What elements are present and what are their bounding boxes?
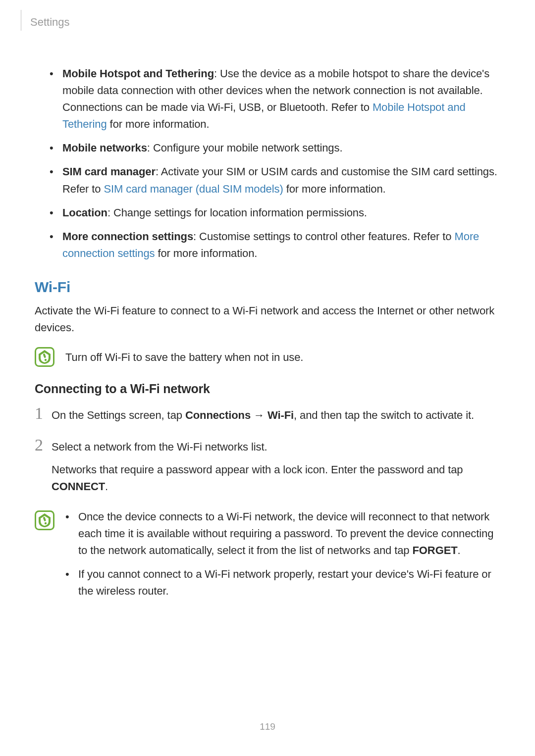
tip-text: Turn off Wi-Fi to save the battery when … [65,346,303,366]
step-bold: Connections [185,409,251,421]
list-item: Once the device connects to a Wi-Fi netw… [65,508,500,559]
step-text: , and then tap the switch to activate it… [294,409,474,421]
page-content: Settings Mobile Hotspot and Tethering: U… [0,0,535,606]
step-body: On the Settings screen, tap Connections … [52,405,474,430]
note-block: Once the device connects to a Wi-Fi netw… [35,508,500,606]
step-text: On the Settings screen, tap [52,409,185,421]
wifi-subheading: Connecting to a Wi-Fi network [35,382,500,396]
tip-row: Turn off Wi-Fi to save the battery when … [35,346,500,367]
note-text: If you cannot connect to a Wi-Fi network… [78,568,491,597]
note-bullet-list: Once the device connects to a Wi-Fi netw… [65,508,500,606]
step-text: Networks that require a password appear … [52,463,463,476]
svg-point-5 [45,522,47,524]
svg-point-2 [45,359,47,361]
bullet-text: for more information. [155,247,257,259]
step-number: 2 [35,437,52,454]
bullet-text: for more information. [283,183,386,195]
note-bold: FORGET [413,544,458,556]
step-number: 1 [35,405,52,422]
step-text: Select a network from the Wi-Fi networks… [52,439,500,455]
bullet-bold: Mobile Hotspot and Tethering [62,67,214,80]
bullet-bold: Location [62,206,107,219]
step-bold: CONNECT [52,480,105,493]
bullet-bold: More connection settings [62,230,193,243]
step-text: . [105,480,108,493]
step-bold: Wi-Fi [268,409,294,421]
note-icon [35,510,54,530]
list-item: SIM card manager: Activate your SIM or U… [50,163,500,197]
list-item: Mobile Hotspot and Tethering: Use the de… [50,65,500,133]
header-rule: Settings [21,10,500,31]
wifi-intro: Activate the Wi-Fi feature to connect to… [35,302,500,336]
header-section-label: Settings [30,16,70,31]
step-1: 1 On the Settings screen, tap Connection… [35,405,500,430]
list-item: Mobile networks: Configure your mobile n… [50,140,500,156]
list-item: If you cannot connect to a Wi-Fi network… [65,566,500,600]
link-sim-card-manager[interactable]: SIM card manager (dual SIM models) [104,183,283,195]
step-arrow: → [251,409,268,421]
top-bullet-list: Mobile Hotspot and Tethering: Use the de… [35,65,500,262]
bullet-text: : Customise settings to control other fe… [193,230,454,243]
list-item: More connection settings: Customise sett… [50,228,500,262]
bullet-bold: Mobile networks [62,142,147,154]
step-2: 2 Select a network from the Wi-Fi networ… [35,437,500,501]
note-icon [35,347,54,367]
bullet-text: : Configure your mobile network settings… [147,142,343,154]
page-number: 119 [0,721,535,732]
step-body: Select a network from the Wi-Fi networks… [52,437,500,501]
wifi-heading: Wi-Fi [35,279,500,296]
note-text: . [458,544,461,556]
bullet-text: for more information. [107,118,210,130]
bullet-bold: SIM card manager [62,165,156,178]
list-item: Location: Change settings for location i… [50,204,500,221]
bullet-text: : Change settings for location informati… [107,206,367,219]
